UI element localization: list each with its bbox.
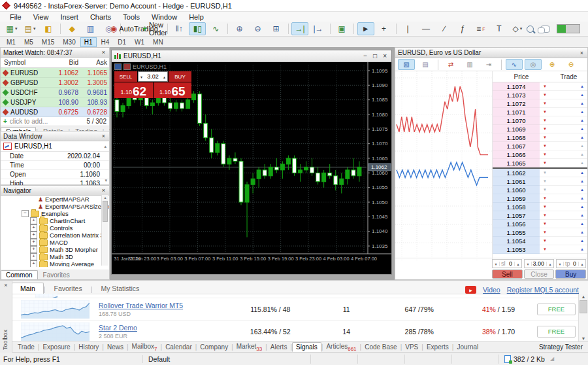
ladder-price-cell[interactable]: 1.1058 xyxy=(493,203,540,211)
sell-arrow-icon[interactable]: ▼ xyxy=(540,186,550,194)
sell-arrow-icon[interactable]: ▼ xyxy=(540,245,550,254)
navigator-item[interactable]: +Controls xyxy=(1,224,109,232)
ladder-row[interactable]: 1.1056▼▲ xyxy=(493,220,587,228)
buy-arrow-icon[interactable]: ▲ xyxy=(577,203,587,211)
market-watch-button[interactable]: ◆ xyxy=(63,22,80,35)
bottom-tab-alerts[interactable]: Alerts xyxy=(267,343,291,351)
sell-arrow-icon[interactable]: ▼ xyxy=(540,150,550,159)
expand-icon[interactable]: + xyxy=(30,246,37,253)
ladder-price-cell[interactable]: 1.1073 xyxy=(493,91,540,99)
buy-arrow-icon[interactable]: ▲ xyxy=(577,211,587,220)
buy-arrow-icon[interactable]: ▲ xyxy=(577,116,587,125)
menu-charts[interactable]: Charts xyxy=(84,13,117,21)
bottom-tab-exposure[interactable]: Exposure xyxy=(39,343,73,351)
ladder-trade-cell[interactable] xyxy=(550,211,577,220)
buy-arrow-icon[interactable]: ▲ xyxy=(577,237,587,245)
auto-scroll-button[interactable]: →| xyxy=(291,22,308,35)
ladder-row[interactable]: 1.1069▼▲ xyxy=(493,125,587,133)
tile-windows-button[interactable]: ⊞ xyxy=(268,22,285,35)
column-symbol[interactable]: Symbol xyxy=(1,59,50,66)
chart-shift-button[interactable]: |→ xyxy=(310,22,327,35)
timeframe-m30[interactable]: M30 xyxy=(59,37,79,47)
ladder-price-cell[interactable]: 1.1065 xyxy=(493,159,540,167)
new-chart-button[interactable]: ▦▾ xyxy=(3,22,20,35)
bottom-tab-articles[interactable]: Articles661 xyxy=(323,342,359,353)
buy-arrow-icon[interactable]: ▲ xyxy=(577,169,587,177)
scroll-up-icon[interactable]: ▴ xyxy=(104,196,106,200)
menu-insert[interactable]: Insert xyxy=(54,13,84,21)
buy-arrow-icon[interactable]: ▲ xyxy=(577,150,587,159)
buy-button[interactable]: Buy xyxy=(555,269,586,279)
volume-decrease-icon[interactable]: ▾ xyxy=(139,75,144,79)
navigator-scrollbar[interactable]: ▴ xyxy=(101,195,108,266)
ladder-row[interactable]: 1.1053▼▲ xyxy=(493,245,587,254)
buy-arrow-icon[interactable]: ▲ xyxy=(577,142,587,150)
volume-input[interactable] xyxy=(144,73,161,80)
navigator-item[interactable]: ♟ExpertMAPSAR xyxy=(1,196,109,203)
sell-arrow-icon[interactable]: ▼ xyxy=(540,99,550,108)
sell-arrow-icon[interactable]: ▼ xyxy=(540,169,550,177)
strategy-tester-label[interactable]: Strategy Tester xyxy=(539,343,588,351)
bottom-tab-trade[interactable]: Trade xyxy=(14,343,38,351)
increase-icon[interactable]: ▴ xyxy=(514,262,521,266)
ladder-price-cell[interactable]: 1.1071 xyxy=(493,108,540,116)
ladder-trade-cell[interactable] xyxy=(550,91,577,99)
zoom-out-button[interactable]: ⊖ xyxy=(250,22,267,35)
chart-area[interactable]: 31 Jan 202031 Jan 23:003 Feb 03:003 Feb … xyxy=(112,62,391,274)
timeframe-mn[interactable]: MN xyxy=(149,37,167,47)
navigator-item[interactable]: +ChartInChart xyxy=(1,217,109,224)
signal-row[interactable]: Rollover Trade Warrior MT5168.78 USD115.… xyxy=(12,298,588,321)
sell-arrow-icon[interactable]: ▼ xyxy=(540,228,550,237)
buy-arrow-icon[interactable]: ▲ xyxy=(577,82,587,91)
channel-button[interactable]: ≡F xyxy=(472,22,489,35)
decrease-icon[interactable]: ▾ xyxy=(493,262,500,266)
ladder-price-cell[interactable]: 1.1072 xyxy=(493,99,540,108)
collapse-icon[interactable]: − xyxy=(22,210,29,217)
ladder-price-cell[interactable]: 1.1069 xyxy=(493,125,540,133)
sell-arrow-icon[interactable]: ▼ xyxy=(540,177,550,186)
ladder-row[interactable]: 1.1061▼▲ xyxy=(493,177,587,186)
column-ask[interactable]: Ask xyxy=(78,59,109,66)
ladder-row[interactable]: 1.1067▼▲ xyxy=(493,142,587,150)
bar-chart-mode-button[interactable]: ǁ↑ xyxy=(171,22,188,35)
tick-chart-button[interactable]: ∿ xyxy=(506,59,523,70)
buy-button[interactable]: BUY xyxy=(169,71,191,82)
buy-arrow-icon[interactable]: ▲ xyxy=(577,159,587,167)
sl-value[interactable]: 0 xyxy=(506,260,515,267)
bottom-tab-company[interactable]: Company xyxy=(197,343,231,351)
tab-favorites[interactable]: Favorites xyxy=(46,283,91,294)
expand-icon[interactable]: + xyxy=(30,260,37,267)
signal-name-link[interactable]: Rollover Trade Warrior MT5 xyxy=(99,302,223,309)
decrease-icon[interactable]: ▾ xyxy=(557,262,564,266)
signal-name-link[interactable]: Star 2 Demo xyxy=(99,324,223,332)
cursor-button[interactable]: ► xyxy=(357,22,374,35)
navigator-item[interactable]: −Examples xyxy=(1,210,109,217)
ladder-price-cell[interactable]: 1.1054 xyxy=(493,237,540,245)
free-button[interactable]: FREE xyxy=(537,326,575,338)
candlestick-mode-button[interactable]: ▮▯ xyxy=(189,22,206,35)
tab-main[interactable]: Main xyxy=(12,283,44,294)
scrollbar-thumb[interactable] xyxy=(580,300,587,313)
signal-row-partial[interactable] xyxy=(12,294,588,298)
expand-icon[interactable]: + xyxy=(30,224,37,232)
timeframe-d1[interactable]: D1 xyxy=(114,37,130,47)
sell-arrow-icon[interactable]: ▼ xyxy=(540,116,550,125)
ladder-row[interactable]: 1.1071▼▲ xyxy=(493,108,587,116)
ladder-trade-cell[interactable] xyxy=(550,125,577,133)
column-bid[interactable]: Bid xyxy=(50,59,78,66)
ladder-price-cell[interactable]: 1.1056 xyxy=(493,220,540,228)
metaeditor-button[interactable]: ◧ xyxy=(40,22,57,35)
menu-tools[interactable]: Tools xyxy=(117,13,146,21)
sell-arrow-icon[interactable]: ▼ xyxy=(540,133,550,142)
close-icon[interactable]: × xyxy=(383,52,387,60)
close-icon[interactable]: × xyxy=(101,49,106,56)
market-watch-row[interactable]: GBPUSD1.30021.3005 xyxy=(1,78,109,88)
autotrading-button[interactable]: ◉AutoTrading xyxy=(124,22,144,35)
sell-button[interactable]: SELL xyxy=(114,71,137,82)
register-mql5-link[interactable]: Register MQL5 account xyxy=(507,286,579,294)
timeframe-m15[interactable]: M15 xyxy=(38,37,58,47)
dom-view-button[interactable]: ▥ xyxy=(461,59,478,70)
ladder-trade-cell[interactable] xyxy=(550,194,577,203)
new-order-button[interactable]: +New Order xyxy=(146,22,164,35)
close-icon[interactable]: × xyxy=(579,50,585,56)
